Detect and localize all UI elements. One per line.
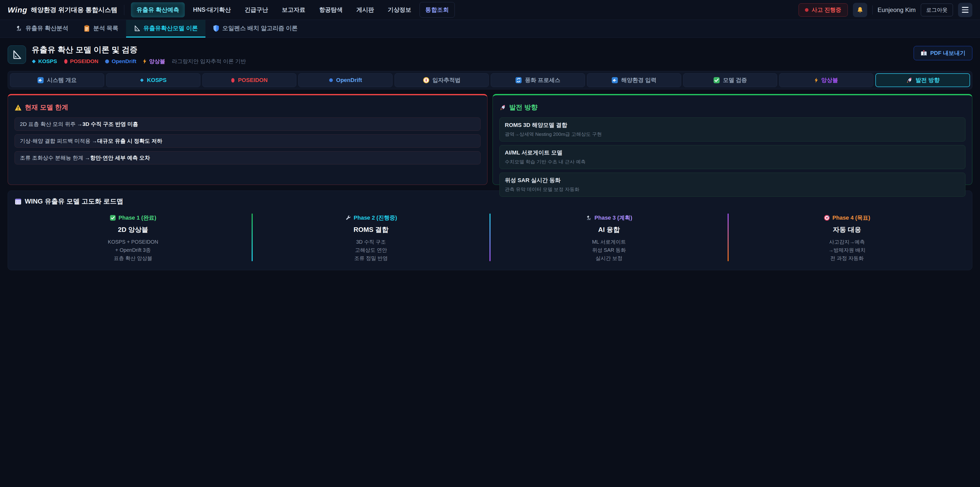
phase-4-badge: Phase 4 (목표) [824,214,870,222]
tab-analysis-list[interactable]: 분석 목록 [76,20,126,38]
pill-ensemble[interactable]: 앙상블 [779,73,873,87]
badge-opendrift: OpenDrift [105,58,136,64]
pill-marine-env-input[interactable]: 해양환경 입력 [587,73,681,87]
roadmap-card: WING 유출유 모델 고도화 로드맵 Phase 1 (완료) 2D 앙상블 … [8,190,972,270]
rocket-icon [906,77,913,83]
current-model-limitations-card: 현재 모델 한계 2D 표층 확산 모의 위주 → 3D 수직 구조 반영 미흡… [8,94,487,185]
phase-line: 고해상도 연안 [253,246,490,254]
nav-air-search[interactable]: 항공탐색 [313,2,348,18]
menu-button[interactable] [958,3,972,17]
red-ellipse-icon [231,78,235,83]
badge-ensemble: 앙상블 [143,58,165,65]
pill-kosps[interactable]: KOSPS [106,73,200,87]
future-direction-card: 발전 방향 ROMS 3D 해양모델 결합 광역→상세역 Nesting 200… [493,94,972,185]
check-icon [110,215,116,221]
roadmap-title: WING 유출유 모델 고도화 로드맵 [25,197,123,206]
red-ellipse-icon [64,59,68,64]
page-icon [8,45,26,64]
future-item: AI/ML 서로게이트 모델 수치모델 학습 기반 수초 내 근사 예측 [500,145,966,169]
pdf-export-button[interactable]: PDF 내보내기 [914,46,972,60]
phase-line: KOSPS + POSEIDON [14,238,251,246]
phase-line: 전 과정 자동화 [729,254,966,262]
bell-icon [856,6,864,14]
shield-icon [213,25,219,32]
phase-2-badge: Phase 2 (진행중) [345,214,397,222]
page-title: 유출유 확산 모델 이론 및 검증 [32,45,246,55]
tab-label: 유출유 확산분석 [25,24,68,32]
tab-diffusion-model-theory[interactable]: 유출유확산모델 이론 [126,20,205,38]
page-header: 유출유 확산 모델 이론 및 검증 KOSPS POSEIDON OpenDri… [0,38,980,69]
microscope-icon [586,215,592,221]
bolt-icon [815,78,818,83]
phase-line: 조류 정밀 반영 [253,254,490,262]
header-divider [124,5,124,15]
notifications-button[interactable] [853,3,867,17]
pill-poseidon[interactable]: POSEIDON [202,73,297,87]
phase-line: 위성 SAR 동화 [490,246,728,254]
user-name: Eunjeong Kim [878,6,916,14]
limitation-item: 조류 조화상수 분해능 한계 → 항만·연안 세부 예측 오차 [14,151,480,164]
phase-1-title: 2D 앙상블 [14,225,251,234]
nav-board[interactable]: 게시판 [351,2,380,18]
tab-label: 오일펜스 배치 알고리즘 이론 [222,24,298,32]
pdf-export-label: PDF 내보내기 [930,49,966,57]
phase-line: →방제자원 배치 [729,246,966,254]
refresh-icon [515,77,522,83]
phase-4-title: 자동 대응 [729,225,966,234]
nav-emergency-rescue[interactable]: 긴급구난 [239,2,274,18]
limitation-item: 기상·해양 결합 피드백 미적용 → 대규모 유출 시 정확도 저하 [14,134,480,148]
tab-label: 분석 목록 [93,24,118,32]
tab-oil-fence-algorithm[interactable]: 오일펜스 배치 알고리즘 이론 [205,20,305,38]
phase-3: Phase 3 (계획) AI 융합 ML 서로게이트 위성 SAR 동화 실시… [490,212,728,262]
diamond-icon [32,59,36,64]
future-item: 위성 SAR 실시간 동화 관측 유막 데이터 모델 보정 자동화 [500,172,966,196]
phase-line: 실시간 보정 [490,254,728,262]
wrench-icon [345,215,351,221]
page-subtitle: 라그랑지안 입자추적 이론 기반 [172,58,246,65]
pill-opendrift[interactable]: OpenDrift [298,73,393,87]
rocket-icon [500,104,506,111]
wing-logo: Wing [8,6,27,14]
blue-circle-icon [329,78,333,82]
phase-line: ML 서로게이트 [490,238,728,246]
limitations-title: 현재 모델 한계 [25,103,68,112]
nav-reports[interactable]: 보고자료 [277,2,311,18]
nav-integrated-search[interactable]: 통합조회 [420,2,455,18]
pill-weathering-process[interactable]: 풍화 프로세스 [491,73,585,87]
limitation-item: 2D 표층 확산 모의 위주 → 3D 수직 구조 반영 미흡 [14,118,480,131]
microscope-icon [15,25,22,32]
calendar-icon [14,198,22,205]
phase-line: 사고감지→예측 [729,238,966,246]
top-header: Wing 해양환경 위기대응 통합시스템 유출유 확산예측 HNS·대기확산 긴… [0,0,980,20]
menu-icon [962,7,969,13]
badge-kosps: KOSPS [32,58,57,64]
main-nav: 유출유 확산예측 HNS·대기확산 긴급구난 보고자료 항공탐색 게시판 기상정… [131,2,455,18]
pill-model-validation[interactable]: 모델 검증 [683,73,777,87]
warning-icon [14,104,22,111]
target-icon [824,215,830,221]
phase-1: Phase 1 (완료) 2D 앙상블 KOSPS + POSEIDON + O… [14,212,251,262]
app-title: 해양환경 위기대응 통합시스템 [31,6,118,14]
nav-weather-info[interactable]: 기상정보 [382,2,417,18]
wave-icon [611,77,618,83]
roadmap-header: WING 유출유 모델 고도화 로드맵 [14,197,966,206]
phase-3-title: AI 융합 [490,225,728,234]
badge-poseidon: POSEIDON [64,58,99,64]
nav-oil-spill-forecast[interactable]: 유출유 확산예측 [131,2,185,18]
pill-particle-tracking[interactable]: 입자추적법 [395,73,489,87]
incident-status-badge[interactable]: 사고 진행중 [799,3,848,17]
header-divider [872,5,873,14]
pill-future-direction[interactable]: 발전 방향 [875,73,970,87]
bolt-icon [143,59,147,64]
phase-4: Phase 4 (목표) 자동 대응 사고감지→예측 →방제자원 배치 전 과정… [729,212,966,262]
content-panels: 현재 모델 한계 2D 표층 확산 모의 위주 → 3D 수직 구조 반영 미흡… [8,94,972,185]
check-icon [713,77,720,83]
tab-spill-analysis[interactable]: 유출유 확산분석 [8,20,76,38]
page-title-group: 유출유 확산 모델 이론 및 검증 KOSPS POSEIDON OpenDri… [32,45,246,65]
phase-line: + OpenDrift 3종 [14,246,251,254]
pill-system-overview[interactable]: 시스템 개요 [10,73,104,87]
logout-button[interactable]: 로그아웃 [921,3,953,16]
pdf-icon [921,50,927,56]
nav-hns-dispersion[interactable]: HNS·대기확산 [187,2,236,18]
phase-line: 표층 확산 앙상블 [14,254,251,262]
